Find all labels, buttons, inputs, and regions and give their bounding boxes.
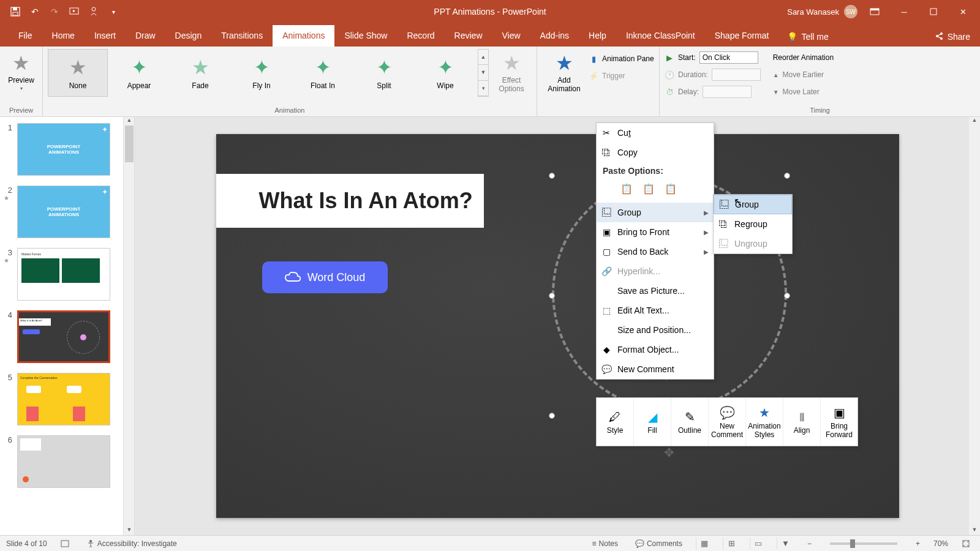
zoom-thumb[interactable] (850, 539, 855, 548)
fit-to-window-button[interactable] (958, 539, 974, 548)
anim-wipe[interactable]: ✦Wipe (415, 49, 475, 97)
submenu-group[interactable]: ⿺ Group (714, 195, 792, 214)
slide-editor[interactable]: What Is In An Atom? Word Cloud (135, 117, 980, 535)
chevron-up-icon[interactable]: ▲ (478, 50, 488, 65)
thumbnail-3[interactable]: 3★ Market Forces (4, 248, 130, 301)
paste-picture[interactable]: 📋 (662, 179, 680, 198)
menu-size-position[interactable]: Size and Position... (597, 320, 714, 340)
close-icon[interactable]: ✕ (951, 2, 975, 21)
thumbnail-2[interactable]: 2★ POWERPOINTANIMATIONS✦ (4, 186, 130, 238)
zoom-slider[interactable] (830, 542, 897, 545)
zoom-in-button[interactable]: + (912, 539, 924, 548)
gallery-more-icon[interactable]: ▾ (478, 81, 488, 96)
menu-bring-front[interactable]: ▣ Bring to Front ▶ (597, 222, 714, 242)
thumbnail-6[interactable]: 6 (4, 435, 130, 488)
paste-use-destination[interactable]: 📋 (617, 179, 636, 198)
duration-input[interactable] (712, 69, 761, 81)
mini-style[interactable]: 🖊Style (597, 398, 634, 446)
tab-slideshow[interactable]: Slide Show (334, 25, 397, 47)
anim-appear[interactable]: ✦Appear (109, 49, 169, 97)
tab-insert[interactable]: Insert (85, 25, 126, 47)
save-icon[interactable] (9, 5, 22, 18)
undo-icon[interactable]: ↶ (28, 5, 42, 18)
anim-float-in[interactable]: ✦Float In (293, 49, 353, 97)
tab-file[interactable]: File (9, 25, 42, 47)
slide-title[interactable]: What Is In An Atom? (216, 174, 484, 228)
menu-copy[interactable]: ⿻ Copy (597, 143, 714, 162)
chevron-down-icon[interactable]: ▼ (478, 65, 488, 80)
tab-classpoint[interactable]: Inknoe ClassPoint (616, 25, 705, 47)
word-cloud-button[interactable]: Word Cloud (262, 261, 388, 293)
tab-transitions[interactable]: Transitions (211, 25, 273, 47)
duration-field[interactable]: 🕐 Duration: (665, 67, 761, 82)
scroll-down-icon[interactable]: ▼ (969, 527, 980, 535)
delay-field[interactable]: ⏱ Delay: (665, 84, 761, 99)
start-field[interactable]: ▶ Start: On Click (665, 50, 761, 65)
thumbnail-1[interactable]: 1 POWERPOINTANIMATIONS✦ (4, 123, 130, 176)
scroll-thumb[interactable] (125, 126, 134, 162)
menu-format-object[interactable]: ◆ Format Object... (597, 340, 714, 359)
menu-save-picture[interactable]: Save as Picture... (597, 281, 714, 301)
tell-me-search[interactable]: 💡 Tell me (778, 27, 837, 47)
menu-edit-alt[interactable]: ⬚ Edit Alt Text... (597, 301, 714, 320)
mini-bring-forward[interactable]: ▣Bring Forward (821, 398, 858, 446)
move-later-button[interactable]: ▼ Move Later (773, 84, 834, 99)
reading-view-icon[interactable]: ▭ (750, 538, 767, 550)
comments-button[interactable]: 💬 Comments (631, 539, 686, 548)
gallery-scroll[interactable]: ▲ ▼ ▾ (478, 49, 489, 97)
start-from-beginning-icon[interactable] (67, 5, 81, 18)
anim-fade[interactable]: ★Fade (170, 49, 230, 97)
redo-icon[interactable]: ↷ (48, 5, 61, 18)
scroll-up-icon[interactable]: ▲ (124, 117, 135, 126)
minimize-icon[interactable]: ─ (892, 2, 916, 21)
tab-shape-format[interactable]: Shape Format (705, 25, 779, 47)
mini-animation-styles[interactable]: ★Animation Styles (746, 398, 783, 446)
editor-scrollbar[interactable]: ▲ ▼ (969, 117, 980, 535)
ribbon-display-icon[interactable] (862, 2, 887, 21)
tab-addins[interactable]: Add-ins (530, 25, 579, 47)
menu-send-back[interactable]: ▢ Send to Back ▶ (597, 242, 714, 261)
tab-animations[interactable]: Animations (273, 25, 334, 47)
normal-view-icon[interactable]: ▦ (696, 538, 713, 550)
move-handle-icon[interactable]: ✥ (661, 444, 678, 461)
slide-thumbnails-panel[interactable]: 1 POWERPOINTANIMATIONS✦ 2★ POWERPOINTANI… (0, 117, 135, 535)
scroll-down-icon[interactable]: ▼ (124, 527, 135, 535)
preview-button[interactable]: ★ Preview ▾ (3, 49, 39, 94)
sorter-view-icon[interactable]: ⊞ (723, 538, 740, 550)
notes-button[interactable]: ≡ Notes (589, 539, 622, 548)
thumbnails-scrollbar[interactable]: ▲ ▼ (123, 117, 134, 535)
trigger-button[interactable]: ⚡ Trigger (589, 69, 654, 83)
user-avatar[interactable]: SW (844, 5, 858, 18)
mini-new-comment[interactable]: 💬New Comment (709, 398, 746, 446)
scroll-up-icon[interactable]: ▲ (969, 117, 980, 126)
zoom-out-button[interactable]: − (804, 539, 815, 548)
animation-gallery[interactable]: ★None ✦Appear ★Fade ✦Fly In ✦Float In ✦S… (48, 49, 475, 97)
touch-mode-icon[interactable] (87, 5, 100, 18)
tab-home[interactable]: Home (42, 25, 85, 47)
tab-draw[interactable]: Draw (126, 25, 165, 47)
tab-help[interactable]: Help (579, 25, 616, 47)
thumbnail-4[interactable]: 4 What Is In An Atom? (4, 310, 130, 363)
zoom-level[interactable]: 70% (933, 539, 948, 548)
tab-review[interactable]: Review (445, 25, 492, 47)
maximize-icon[interactable] (921, 2, 946, 21)
paste-keep-source[interactable]: 📋 (639, 179, 658, 198)
anim-split[interactable]: ✦Split (354, 49, 414, 97)
tab-record[interactable]: Record (397, 25, 444, 47)
anim-fly-in[interactable]: ✦Fly In (232, 49, 292, 97)
anim-none[interactable]: ★None (48, 49, 108, 97)
add-animation-button[interactable]: ★ Add Animation (542, 49, 586, 96)
menu-cut[interactable]: ✂ Cut (597, 123, 714, 143)
animation-pane-button[interactable]: ▮ Animation Pane (589, 51, 654, 66)
delay-input[interactable] (703, 86, 752, 98)
thumbnail-5[interactable]: 5 Complete the Conversation (4, 373, 130, 425)
tab-view[interactable]: View (492, 25, 530, 47)
accessibility-button[interactable]: Accessibility: Investigate (83, 539, 181, 548)
menu-new-comment[interactable]: 💬 New Comment (597, 359, 714, 379)
effect-options-button[interactable]: ★ Effect Options (491, 49, 532, 96)
move-earlier-button[interactable]: ▲ Move Earlier (773, 67, 834, 82)
mini-outline[interactable]: ✎Outline (671, 398, 709, 446)
start-combo[interactable]: On Click (699, 51, 758, 64)
slide-canvas[interactable]: What Is In An Atom? Word Cloud (216, 134, 899, 518)
tab-design[interactable]: Design (165, 25, 212, 47)
